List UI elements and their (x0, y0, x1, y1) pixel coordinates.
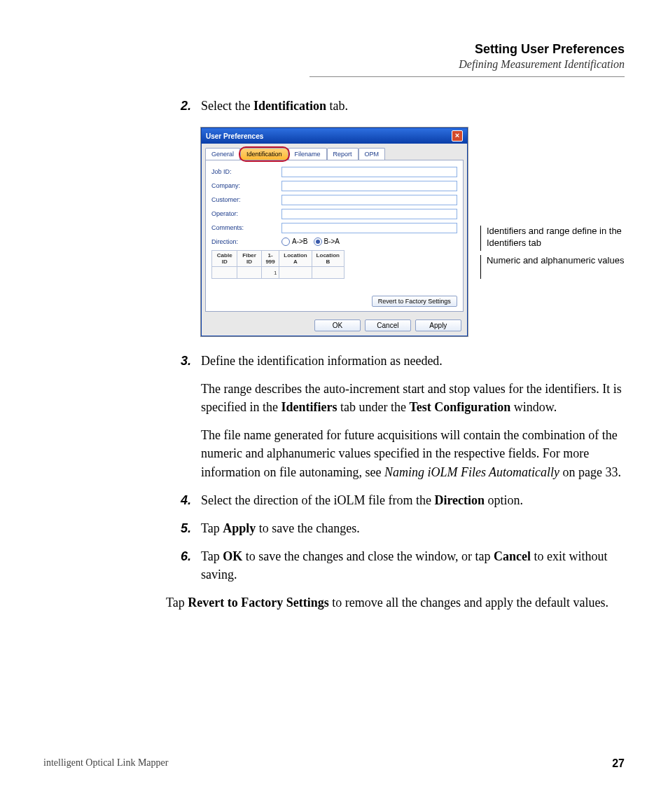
text: Tap (201, 521, 223, 535)
page-number: 27 (612, 757, 625, 770)
label-comments: Comments: (211, 224, 281, 231)
text-bold: OK (223, 549, 242, 563)
close-icon[interactable]: × (452, 130, 463, 142)
input-job-id[interactable] (281, 167, 457, 177)
text: to save the changes and close the window… (242, 549, 494, 563)
identifiers-table: Cable ID Fiber ID 1-999 Location A Locat… (211, 250, 345, 279)
text: on page 33. (559, 465, 621, 479)
step-6: 6. Tap OK to save the changes and close … (166, 547, 625, 584)
dialog-title: User Preferences (206, 132, 263, 140)
header-rule (309, 76, 625, 77)
input-customer[interactable] (281, 195, 457, 205)
col-cable-id: Cable ID (212, 251, 237, 267)
text-bold: Apply (223, 521, 256, 535)
text: Select the direction of the iOLM file fr… (201, 493, 434, 507)
radio-label: B->A (324, 238, 340, 245)
dialog-titlebar: User Preferences × (202, 128, 467, 144)
tab-report[interactable]: Report (327, 148, 359, 160)
ok-button[interactable]: OK (314, 319, 361, 331)
cell-fiber-id[interactable] (237, 267, 261, 279)
step-2: 2. Select the Identification tab. (166, 97, 625, 115)
section-subtitle: Defining Measurement Identification (43, 58, 625, 71)
text: Define the identification information as… (201, 352, 625, 370)
step-number: 3. (166, 352, 201, 370)
footer-product: intelligent Optical Link Mapper (43, 757, 168, 770)
step-number: 6. (166, 547, 201, 565)
tab-filename[interactable]: Filename (288, 148, 327, 160)
cell-location-a[interactable] (279, 267, 312, 279)
cell-cable-id[interactable] (212, 267, 237, 279)
step-number: 5. (166, 519, 201, 537)
radio-label: A->B (292, 238, 308, 245)
text-bold: Revert to Factory Settings (188, 596, 328, 610)
input-operator[interactable] (281, 209, 457, 219)
label-company: Company: (211, 182, 281, 189)
text-bold: Direction (434, 493, 485, 507)
input-company[interactable] (281, 181, 457, 191)
label-job-id: Job ID: (211, 168, 281, 175)
step-number: 4. (166, 491, 201, 509)
apply-button[interactable]: Apply (415, 319, 461, 331)
text: Select the (201, 99, 253, 113)
text-italic: Naming iOLM Files Automatically (384, 465, 559, 479)
tab-strip: General Identification Filename Report O… (202, 144, 467, 160)
step-3: 3. Define the identification information… (166, 352, 625, 481)
text: Tap (166, 596, 188, 610)
text-bold: Identifiers (281, 400, 337, 414)
text: option. (485, 493, 523, 507)
cancel-button[interactable]: Cancel (365, 319, 411, 331)
callout-identifiers-range: Identifiers and range define in the Iden… (480, 226, 625, 251)
text: tab. (326, 99, 348, 113)
radio-b-to-a[interactable]: B->A (314, 238, 340, 246)
revert-to-factory-button[interactable]: Revert to Factory Settings (372, 296, 457, 307)
step-4: 4. Select the direction of the iOLM file… (166, 491, 625, 509)
callout-numeric-values: Numeric and alphanumeric values (480, 255, 625, 279)
text: Tap (201, 549, 223, 563)
text: tab under the (337, 400, 409, 414)
col-fiber-id: Fiber ID (237, 251, 261, 267)
text: to remove all the changes and apply the … (329, 596, 608, 610)
table-row: 1 (212, 267, 345, 279)
text: to save the changes. (256, 521, 359, 535)
step-number: 2. (166, 97, 201, 115)
label-operator: Operator: (211, 210, 281, 217)
col-range: 1-999 (261, 251, 279, 267)
text-bold: Cancel (494, 549, 531, 563)
user-preferences-dialog: User Preferences × General Identificatio… (201, 128, 468, 336)
cell-location-b[interactable] (312, 267, 344, 279)
paragraph: Tap Revert to Factory Settings to remove… (166, 593, 625, 612)
input-comments[interactable] (281, 223, 457, 233)
label-customer: Customer: (211, 196, 281, 203)
text: window. (510, 400, 557, 414)
tab-general[interactable]: General (205, 148, 240, 160)
cell-range[interactable]: 1 (261, 267, 279, 279)
tab-panel: Job ID: Company: Customer: Operator: Com… (205, 160, 464, 312)
label-direction: Direction: (211, 238, 281, 245)
figure: User Preferences × General Identificatio… (201, 128, 625, 336)
section-title: Setting User Preferences (43, 42, 625, 57)
text-bold: Identification (253, 99, 326, 113)
tab-identification[interactable]: Identification (240, 148, 288, 160)
radio-a-to-b[interactable]: A->B (281, 238, 308, 246)
col-location-b: Location B (312, 251, 344, 267)
step-5: 5. Tap Apply to save the changes. (166, 519, 625, 537)
tab-opm[interactable]: OPM (359, 148, 386, 160)
text-bold: Test Configuration (409, 400, 510, 414)
col-location-a: Location A (279, 251, 312, 267)
